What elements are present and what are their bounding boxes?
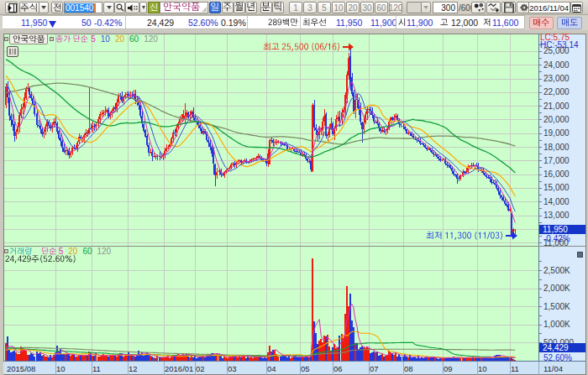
minute-button-1[interactable]: 1 <box>289 2 302 13</box>
period-button-6[interactable] <box>272 2 284 13</box>
chevron-down-icon <box>41 6 46 9</box>
bars-icon <box>12 49 13 55</box>
collapse-panel-button[interactable] <box>5 2 18 13</box>
period-button-2[interactable] <box>222 2 234 13</box>
bar-count-input[interactable]: 300 <box>433 2 458 13</box>
stock-name-field[interactable] <box>160 2 208 13</box>
ma-type-label <box>55 35 88 44</box>
compare-stocks-button[interactable] <box>471 2 486 13</box>
volume-value: 24,429 <box>147 18 174 28</box>
volume-axis-label: 1,500K <box>543 302 570 311</box>
price-axis-label: 25,000 <box>543 46 570 55</box>
voice-announce-button[interactable] <box>125 2 139 13</box>
period-button-5[interactable] <box>260 2 272 13</box>
code-dropdown-button[interactable] <box>103 2 114 13</box>
minute-button-5[interactable]: 5 <box>318 2 331 13</box>
chart-style-select[interactable] <box>407 2 421 13</box>
minute-button-label: 5 <box>322 3 327 13</box>
buy-button[interactable] <box>529 17 554 29</box>
vol-ma120-label: 120 <box>97 247 112 256</box>
period-button-4[interactable] <box>245 2 257 13</box>
volume-axis-label: 2,500K <box>543 266 570 275</box>
chevron-down-icon <box>423 6 428 9</box>
price-axis-label: 18,000 <box>543 143 570 152</box>
ma5-period-label: 5 <box>91 34 96 44</box>
chart-area[interactable]: 5 10 20 60 120 <box>0 30 588 375</box>
chevron-down-icon <box>142 6 145 9</box>
chart-date-value: 2016/11/04 <box>529 3 569 13</box>
current-price: 11,950 <box>21 18 47 28</box>
chart-style-dropdown-button[interactable] <box>421 2 431 13</box>
add-indicator-button[interactable] <box>486 2 501 13</box>
date-axis-label: 11 <box>511 364 519 373</box>
voice-dropdown-button[interactable] <box>139 2 147 13</box>
minute-button-label: 10 <box>333 3 343 13</box>
price-pane-legend: 5 10 20 60 120 <box>4 34 158 44</box>
stock-search-button[interactable] <box>114 2 125 13</box>
calendar-button[interactable] <box>570 2 583 13</box>
sell-button-label <box>561 18 578 28</box>
stock-chart-window: 001540 <box>0 0 588 375</box>
market-type-select[interactable] <box>19 2 39 13</box>
date-axis-label: 08 <box>404 364 413 373</box>
save-chart-button[interactable] <box>501 2 516 13</box>
period-button-label <box>246 3 255 13</box>
sell-button[interactable] <box>557 17 582 29</box>
market-type-label <box>20 3 38 13</box>
ma120-period-label: 120 <box>144 34 158 44</box>
stock-name-value <box>163 3 200 13</box>
prev-stock-button[interactable] <box>51 2 63 13</box>
minute-button-label: 60 <box>376 3 386 13</box>
divider <box>125 16 126 29</box>
minute-button-10[interactable]: 10 <box>332 2 345 13</box>
low-price: 11,600 <box>492 18 518 28</box>
minute-button-3[interactable]: 3 <box>303 2 317 13</box>
date-axis-label: 05 <box>301 364 310 373</box>
minute-button-120[interactable]: 120 <box>389 2 402 13</box>
price-axis-label: 15,000 <box>543 183 570 192</box>
high-label <box>440 18 449 27</box>
period-button-label <box>223 3 232 13</box>
prev-stock-label <box>53 3 62 13</box>
current-price-marker: 11,950 <box>539 225 585 234</box>
date-axis-label: 2016/01 <box>165 364 193 373</box>
stock-code-input[interactable]: 001540 <box>64 2 102 13</box>
market-type-dropdown-button[interactable] <box>39 2 49 13</box>
ma10-period-label: 10 <box>101 34 110 44</box>
volume-axis-label: 2,000K <box>543 284 570 293</box>
bars-icon <box>9 49 11 55</box>
gear-icon <box>519 3 529 13</box>
collapse-pane-button[interactable] <box>577 252 583 258</box>
down-triangle-icon <box>49 21 56 28</box>
quote-bar: 11,950 50 -0.42% 24,429 52.60% 0.19% 11,… <box>0 15 588 30</box>
date-axis-label: 10 <box>56 364 66 373</box>
divider <box>247 16 248 29</box>
best-quote-label <box>302 18 327 27</box>
minute-button-label: 120 <box>389 3 403 13</box>
chart-date-input[interactable]: 2016/11/04 <box>528 2 570 13</box>
save-icon <box>504 3 514 13</box>
vol-ma60-label: 60 <box>82 247 92 256</box>
new-badge-label <box>150 3 158 13</box>
date-axis-label: 06 <box>333 364 343 373</box>
legend-marker-square[interactable] <box>4 37 8 41</box>
price-axis-label: 13,000 <box>543 211 570 220</box>
price-axis-label: 20,000 <box>543 115 570 124</box>
date-axis-label: 04 <box>267 364 276 373</box>
period-button-1[interactable] <box>209 2 221 13</box>
compare-icon <box>474 3 484 13</box>
minute-button-60[interactable]: 60 <box>375 2 388 13</box>
volume-summary <box>5 255 76 263</box>
minute-button-30[interactable]: 30 <box>360 2 374 13</box>
volume-axis-label: 1,000K <box>543 320 570 329</box>
period-button-3[interactable] <box>234 2 245 13</box>
stock-name-legend-box[interactable] <box>9 34 48 44</box>
legend-marker-square[interactable] <box>50 37 54 41</box>
volume-profile-toggle-button[interactable] <box>7 46 18 57</box>
legend-marker-square[interactable] <box>4 249 8 253</box>
minute-button-20[interactable]: 20 <box>346 2 360 13</box>
search-icon <box>116 3 124 12</box>
price-change: 50 <box>81 18 92 28</box>
date-axis-separator <box>538 362 539 375</box>
price-axis-label: 17,000 <box>543 156 570 165</box>
